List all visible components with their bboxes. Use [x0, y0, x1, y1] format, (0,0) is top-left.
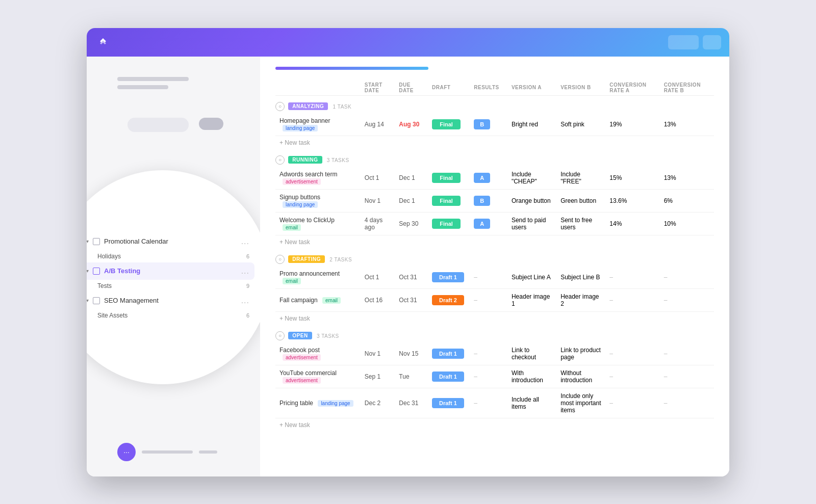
table-row: Homepage banner landing page Aug 14 Aug …	[275, 113, 714, 136]
draft-status[interactable]: Final	[432, 173, 461, 183]
sidebar-item-seo-management[interactable]: ▾ SEO Management ...	[87, 292, 249, 309]
main-content: START DATE DUE DATE DRAFT RESULTS VERSIO…	[260, 57, 729, 476]
folder-icon	[93, 297, 100, 304]
draft-status[interactable]: Draft 1	[432, 398, 464, 408]
crb-cell: 10%	[660, 212, 714, 235]
new-task-label[interactable]: + New task	[279, 315, 310, 322]
section-header-cell: ○ ANALYZING 1 TASK	[275, 95, 714, 113]
new-task-cell[interactable]: + New task	[275, 136, 714, 149]
crb-value: –	[664, 373, 668, 380]
new-task-row[interactable]: + New task	[275, 418, 714, 432]
result-badge: B	[474, 119, 490, 129]
start-date-cell: Aug 14	[361, 113, 395, 136]
task-name[interactable]: Facebook post	[279, 347, 320, 354]
version-a-cell: Send to paid users	[507, 212, 556, 235]
sidebar-item-label: SEO Management	[104, 297, 237, 304]
new-task-row[interactable]: + New task	[275, 136, 714, 149]
table-row: Fall campaign email Oct 16 Oct 31 Draft …	[275, 288, 714, 311]
sidebar-item-label: Promotional Calendar	[104, 237, 237, 245]
new-task-cell[interactable]: + New task	[275, 235, 714, 249]
new-task-row[interactable]: + New task	[275, 311, 714, 325]
crb-cell: –	[660, 388, 714, 418]
start-date: Nov 1	[365, 197, 380, 204]
new-task-label[interactable]: + New task	[279, 139, 310, 146]
due-date: Dec 31	[399, 400, 418, 407]
due-date: Dec 1	[399, 197, 415, 204]
more-options-icon[interactable]: ...	[241, 296, 249, 305]
draft-status[interactable]: Draft 2	[432, 295, 464, 305]
draft-status[interactable]: Draft 1	[432, 349, 464, 359]
version-b-text: Link to product page	[560, 347, 601, 361]
chevron-icon: ▾	[87, 298, 89, 303]
task-name[interactable]: Pricing table	[279, 400, 313, 407]
more-options-icon[interactable]: ...	[241, 237, 249, 246]
sidebar-item-ab-testing[interactable]: ▾ A/B Testing ...	[87, 262, 254, 280]
sidebar-subitem-site-assets[interactable]: Site Assets 6	[87, 309, 249, 322]
draft-status[interactable]: Draft 1	[432, 272, 464, 282]
version-b-cell: Subject Line B	[556, 266, 605, 289]
draft-status[interactable]: Draft 1	[432, 372, 464, 382]
task-name[interactable]: Adwords search term	[279, 171, 337, 178]
crb-value: 10%	[664, 220, 676, 227]
task-name[interactable]: Signup buttons	[279, 194, 320, 201]
new-task-cell[interactable]: + New task	[275, 311, 714, 325]
table-row: Adwords search term advertisement Oct 1 …	[275, 167, 714, 190]
folder-icon	[93, 238, 100, 245]
table-row: Signup buttons landing page Nov 1 Dec 1 …	[275, 189, 714, 212]
sidebar-bar-1	[117, 77, 189, 81]
chat-bubble[interactable]: ···	[117, 443, 136, 461]
section-header-row: ○ DRAFTING 2 TASKS	[275, 249, 714, 266]
app-logo	[95, 34, 111, 50]
section-badge: ANALYZING	[288, 102, 328, 110]
new-task-cell[interactable]: + New task	[275, 418, 714, 432]
chevron-icon: ▾	[87, 268, 89, 274]
draft-status[interactable]: Final	[432, 219, 461, 229]
table-row: Pricing table landing page Dec 2 Dec 31 …	[275, 388, 714, 418]
start-date: Oct 16	[365, 297, 382, 304]
col-header-cra: CONVERSION RATE A	[605, 80, 659, 96]
collapse-icon[interactable]: ○	[275, 102, 285, 111]
col-header-results: RESULTS	[470, 80, 507, 96]
task-name[interactable]: Homepage banner	[279, 117, 330, 124]
task-name[interactable]: Fall campaign	[279, 297, 318, 304]
collapse-icon[interactable]: ○	[275, 255, 285, 264]
sidebar-subitem-holidays[interactable]: Holidays 6	[87, 250, 249, 262]
collapse-icon[interactable]: ○	[275, 155, 285, 165]
sidebar-search[interactable]	[128, 118, 189, 132]
draft-status[interactable]: Final	[432, 196, 461, 206]
sidebar-subitem-tests[interactable]: Tests 9	[87, 280, 249, 292]
due-date-cell: Tue	[395, 365, 428, 388]
collapse-icon[interactable]: ○	[275, 331, 285, 340]
task-name[interactable]: Welcome to ClickUp	[279, 217, 335, 224]
result-badge: A	[474, 219, 490, 229]
version-b-cell: Include only most important items	[556, 388, 605, 418]
new-task-row[interactable]: + New task	[275, 235, 714, 249]
crb-cell: –	[660, 288, 714, 311]
results-cell: –	[470, 342, 507, 365]
section-task-count: 1 TASK	[333, 103, 352, 109]
sidebar-item-label: A/B Testing	[104, 267, 237, 275]
start-date-cell: Nov 1	[361, 189, 395, 212]
sidebar-toggle[interactable]	[199, 118, 223, 130]
sidebar-item-promotional-calendar[interactable]: ▾ Promotional Calendar ...	[87, 233, 249, 250]
draft-status[interactable]: Final	[432, 119, 461, 129]
cra-cell: –	[605, 388, 659, 418]
col-header-vb: VERSION B	[556, 80, 605, 96]
version-b-text: Subject Line B	[560, 274, 600, 281]
titlebar-action[interactable]	[703, 35, 721, 49]
draft-cell: Final	[428, 212, 470, 235]
titlebar	[87, 28, 729, 57]
titlebar-search[interactable]	[668, 35, 699, 49]
task-name[interactable]: Promo announcement	[279, 270, 340, 277]
section-header-cell: ○ RUNNING 3 TASKS	[275, 149, 714, 167]
task-name[interactable]: YouTube commercial	[279, 369, 337, 377]
section-header-row: ○ ANALYZING 1 TASK	[275, 95, 714, 113]
draft-cell: Draft 1	[428, 365, 470, 388]
chat-icon: ···	[123, 448, 130, 456]
table-header-row: START DATE DUE DATE DRAFT RESULTS VERSIO…	[275, 80, 714, 96]
new-task-label[interactable]: + New task	[279, 421, 310, 429]
more-options-icon[interactable]: ...	[241, 267, 249, 276]
result-dash: –	[474, 274, 477, 281]
new-task-label[interactable]: + New task	[279, 238, 310, 246]
draft-cell: Final	[428, 113, 470, 136]
